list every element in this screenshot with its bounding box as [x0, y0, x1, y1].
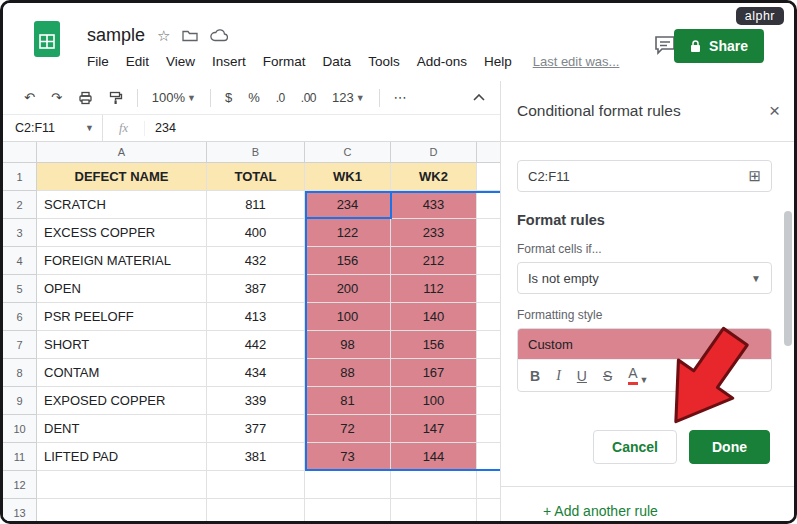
- cell[interactable]: SCRATCH: [37, 191, 207, 219]
- cell[interactable]: 234: [305, 191, 391, 219]
- cell[interactable]: 147: [391, 415, 477, 443]
- row-header[interactable]: 13: [3, 499, 37, 524]
- menu-insert[interactable]: Insert: [212, 54, 246, 69]
- row-header[interactable]: 9: [3, 387, 37, 415]
- cell[interactable]: [477, 443, 500, 471]
- comments-icon[interactable]: [654, 35, 676, 55]
- cell[interactable]: 98: [305, 331, 391, 359]
- row-header[interactable]: 11: [3, 443, 37, 471]
- strikethrough-icon[interactable]: S: [603, 368, 612, 384]
- menu-addons[interactable]: Add-ons: [417, 54, 467, 69]
- cell[interactable]: 413: [207, 303, 305, 331]
- cell[interactable]: 442: [207, 331, 305, 359]
- last-edit-link[interactable]: Last edit was...: [533, 54, 620, 69]
- cell[interactable]: 432: [207, 247, 305, 275]
- cell[interactable]: 156: [305, 247, 391, 275]
- cell[interactable]: [37, 471, 207, 499]
- share-button[interactable]: Share: [674, 29, 764, 63]
- condition-select[interactable]: Is not empty ▼: [517, 262, 772, 294]
- row-header[interactable]: 4: [3, 247, 37, 275]
- cell[interactable]: [391, 471, 477, 499]
- cell[interactable]: [477, 359, 500, 387]
- undo-icon[interactable]: ↶: [19, 88, 40, 107]
- cell[interactable]: LIFTED PAD: [37, 443, 207, 471]
- select-all-corner[interactable]: [3, 142, 37, 163]
- cloud-status-icon[interactable]: [210, 29, 228, 42]
- cell[interactable]: SHORT: [37, 331, 207, 359]
- cell[interactable]: 156: [391, 331, 477, 359]
- sheets-logo-icon[interactable]: [33, 20, 61, 58]
- increase-decimal-icon[interactable]: .00: [296, 89, 321, 107]
- print-icon[interactable]: [73, 89, 98, 107]
- italic-icon[interactable]: I: [556, 368, 561, 384]
- menu-format[interactable]: Format: [263, 54, 306, 69]
- move-folder-icon[interactable]: [182, 29, 198, 42]
- cell[interactable]: DEFECT NAME: [37, 163, 207, 191]
- cell[interactable]: [477, 219, 500, 247]
- cancel-button[interactable]: Cancel: [593, 430, 677, 464]
- cell[interactable]: [305, 499, 391, 524]
- cell[interactable]: [477, 331, 500, 359]
- cell[interactable]: 811: [207, 191, 305, 219]
- cell[interactable]: FOREIGN MATERIAL: [37, 247, 207, 275]
- bold-icon[interactable]: B: [530, 368, 540, 384]
- done-button[interactable]: Done: [689, 430, 770, 464]
- cell[interactable]: 339: [207, 387, 305, 415]
- column-header[interactable]: C: [305, 142, 391, 163]
- menu-file[interactable]: File: [87, 54, 109, 69]
- decrease-decimal-icon[interactable]: .0: [271, 89, 290, 107]
- menu-help[interactable]: Help: [484, 54, 512, 69]
- cell[interactable]: [207, 499, 305, 524]
- currency-format-icon[interactable]: $: [220, 88, 237, 107]
- cell[interactable]: [477, 499, 500, 524]
- cell[interactable]: 434: [207, 359, 305, 387]
- cell[interactable]: 81: [305, 387, 391, 415]
- cell[interactable]: [477, 275, 500, 303]
- cell[interactable]: WK2: [391, 163, 477, 191]
- row-header[interactable]: 8: [3, 359, 37, 387]
- cell[interactable]: [391, 499, 477, 524]
- collapse-toolbar-icon[interactable]: [468, 92, 490, 103]
- row-header[interactable]: 2: [3, 191, 37, 219]
- cell[interactable]: 233: [391, 219, 477, 247]
- menu-edit[interactable]: Edit: [126, 54, 149, 69]
- cell[interactable]: [477, 303, 500, 331]
- cell[interactable]: TOTAL: [207, 163, 305, 191]
- cell[interactable]: 381: [207, 443, 305, 471]
- cell[interactable]: [477, 191, 500, 219]
- cell[interactable]: [37, 499, 207, 524]
- cell[interactable]: 88: [305, 359, 391, 387]
- cell[interactable]: 167: [391, 359, 477, 387]
- cell[interactable]: [305, 471, 391, 499]
- text-color-icon[interactable]: A▼: [628, 366, 648, 384]
- row-header[interactable]: 12: [3, 471, 37, 499]
- cell[interactable]: PSR PEELOFF: [37, 303, 207, 331]
- cell[interactable]: 200: [305, 275, 391, 303]
- document-title[interactable]: sample: [87, 25, 145, 46]
- cell[interactable]: [477, 163, 500, 191]
- cell[interactable]: 100: [305, 303, 391, 331]
- cell[interactable]: EXPOSED COPPER: [37, 387, 207, 415]
- add-another-rule-link[interactable]: + Add another rule: [543, 503, 772, 519]
- cell[interactable]: OPEN: [37, 275, 207, 303]
- cell[interactable]: 140: [391, 303, 477, 331]
- panel-scrollbar[interactable]: [784, 211, 792, 346]
- column-header[interactable]: [477, 142, 500, 163]
- cell[interactable]: 73: [305, 443, 391, 471]
- cell[interactable]: [477, 247, 500, 275]
- select-range-icon[interactable]: ⊞: [748, 167, 761, 185]
- row-header[interactable]: 5: [3, 275, 37, 303]
- cell[interactable]: 212: [391, 247, 477, 275]
- cell[interactable]: CONTAM: [37, 359, 207, 387]
- cell[interactable]: [207, 471, 305, 499]
- cell[interactable]: 387: [207, 275, 305, 303]
- row-header[interactable]: 7: [3, 331, 37, 359]
- formula-input[interactable]: 234: [145, 121, 176, 135]
- column-header[interactable]: B: [207, 142, 305, 163]
- cell[interactable]: DENT: [37, 415, 207, 443]
- cell[interactable]: [477, 387, 500, 415]
- range-input[interactable]: C2:F11 ⊞: [517, 160, 772, 192]
- column-header[interactable]: D: [391, 142, 477, 163]
- row-header[interactable]: 10: [3, 415, 37, 443]
- menu-data[interactable]: Data: [323, 54, 352, 69]
